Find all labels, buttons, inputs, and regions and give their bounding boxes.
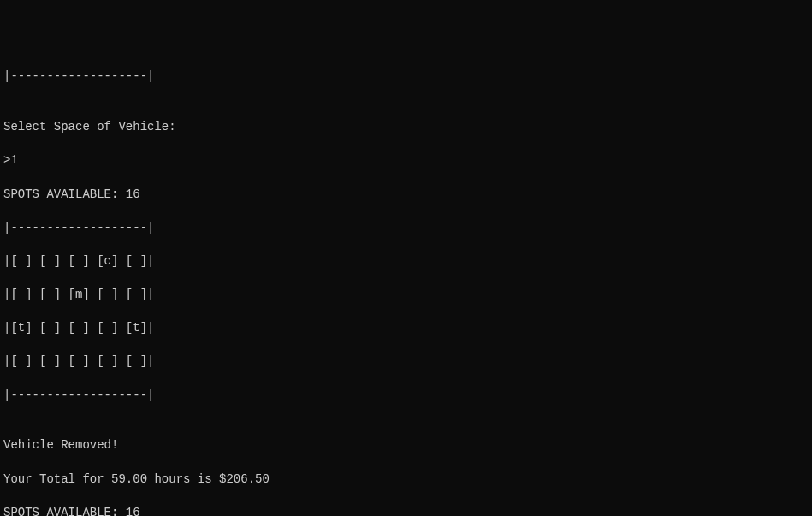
select-space-prompt: Select Space of Vehicle: <box>3 119 809 136</box>
lot1-border-bottom: |-------------------| <box>3 388 809 405</box>
spots-available-1: SPOTS AVAILABLE: 16 <box>3 187 809 204</box>
user-input-1: >1 <box>3 152 809 169</box>
lot1-row-3: |[t] [ ] [ ] [ ] [t]| <box>3 320 809 337</box>
lot1-row-2: |[ ] [ ] [m] [ ] [ ]| <box>3 287 809 304</box>
lot1-row-4: |[ ] [ ] [ ] [ ] [ ]| <box>3 353 809 371</box>
lot1-border-top: |-------------------| <box>3 220 809 237</box>
spots-available-2: SPOTS AVAILABLE: 16 <box>3 505 809 516</box>
total-msg: Your Total for 59.00 hours is $206.50 <box>3 472 809 489</box>
divider-line: |-------------------| <box>3 68 809 86</box>
lot1-row-1: |[ ] [ ] [ ] [c] [ ]| <box>3 253 809 270</box>
vehicle-removed-msg: Vehicle Removed! <box>3 437 809 454</box>
